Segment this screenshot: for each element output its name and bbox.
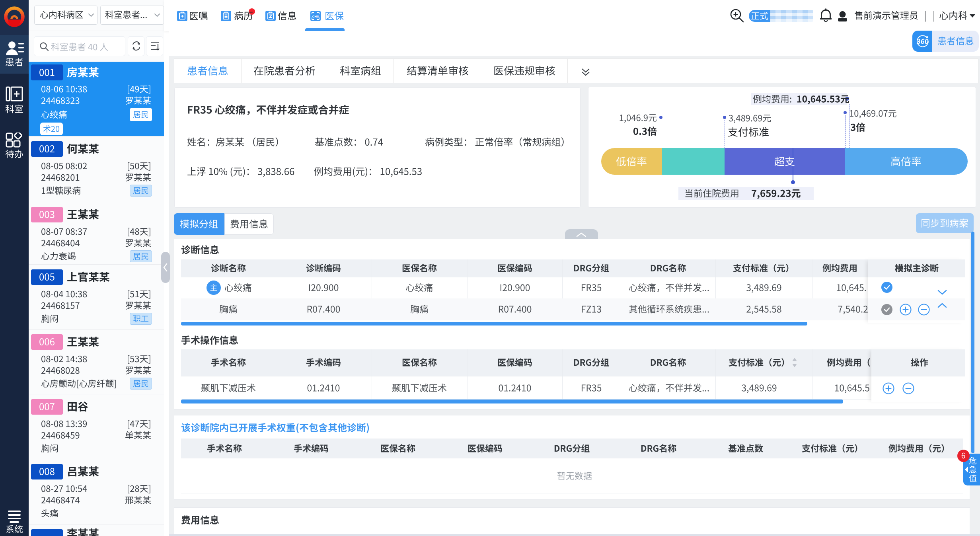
svg-text:CHS: CHS bbox=[312, 15, 320, 18]
